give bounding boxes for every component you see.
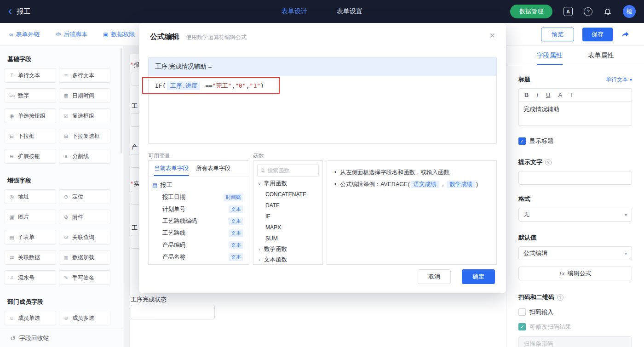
section-title-enhanced-fields: 增强字段 xyxy=(7,176,123,185)
tab-form-design[interactable]: 表单设计 xyxy=(282,7,307,16)
field-member-single[interactable]: ☺成员单选 xyxy=(5,311,56,325)
variable-item[interactable]: 工艺路线文本 xyxy=(152,227,245,239)
bold-button[interactable]: B xyxy=(524,91,529,98)
variables-root-form[interactable]: ▤ 报工 xyxy=(152,179,245,191)
signature-icon: ✎ xyxy=(63,275,69,281)
preview-button[interactable]: 预览 xyxy=(541,28,574,41)
tab-field-properties[interactable]: 字段属性 xyxy=(537,46,563,65)
field-image[interactable]: ▣图片 xyxy=(5,210,56,224)
sidebar-scrollbar[interactable] xyxy=(121,48,122,154)
save-button[interactable]: 保存 xyxy=(582,28,613,41)
edit-formula-button[interactable]: ƒx 编辑公式 xyxy=(518,267,632,280)
barcode-input xyxy=(518,336,632,347)
field-number[interactable]: 123数字 xyxy=(5,88,56,103)
field-checkbox-group[interactable]: ☑复选框组 xyxy=(59,108,110,123)
data-manage-button[interactable]: 数据管理 xyxy=(510,5,552,18)
clear-format-button[interactable]: T xyxy=(570,91,574,98)
field-multi-line-text[interactable]: ≣多行文本 xyxy=(59,68,110,83)
function-search-input[interactable] xyxy=(267,167,316,174)
scan-input-checkbox[interactable] xyxy=(518,308,526,316)
tab-form-settings[interactable]: 表单设置 xyxy=(337,7,362,16)
backend-script-button[interactable]: </> 后端脚本 xyxy=(56,30,87,39)
share-icon[interactable] xyxy=(621,30,630,39)
function-item[interactable]: DATE xyxy=(253,200,322,211)
formula-input-area[interactable]: IF(工序.进度 =="完工","0","1") xyxy=(149,76,496,143)
help-line-1: 从左侧面板选择字段名和函数，或输入函数 xyxy=(340,169,449,176)
field-label-fragment: 产 xyxy=(131,143,138,151)
scan-help-icon[interactable]: ? xyxy=(557,294,564,301)
process-status-input[interactable] xyxy=(131,305,215,319)
function-item[interactable]: IF xyxy=(253,211,322,222)
script-icon: </> xyxy=(56,32,61,37)
close-icon[interactable]: × xyxy=(489,30,495,41)
tab-current-form-fields[interactable]: 当前表单字段 xyxy=(154,161,189,176)
field-linked-data[interactable]: ⇄关联数据 xyxy=(5,250,56,265)
underline-button[interactable]: U xyxy=(546,91,550,98)
show-title-checkbox[interactable]: ✓ xyxy=(518,137,526,145)
field-attachment[interactable]: ⊘附件 xyxy=(59,210,110,224)
field-chip[interactable]: 工序.进度 xyxy=(167,81,200,90)
variable-item[interactable]: 产品编码文本 xyxy=(152,239,245,251)
field-serial-number[interactable]: #流水号 xyxy=(5,270,56,285)
field-divider[interactable]: ≡分割线 xyxy=(59,149,110,164)
hint-text-input[interactable] xyxy=(518,171,632,185)
field-member-multi[interactable]: ☺成员多选 xyxy=(59,311,110,325)
field-address[interactable]: ◎地址 xyxy=(5,189,56,204)
form-external-link-button[interactable]: ∞ 表单外链 xyxy=(9,30,40,39)
function-search[interactable] xyxy=(257,165,319,176)
section-title-basic-fields: 基础字段 xyxy=(7,55,123,63)
function-group-common[interactable]: ∨ 常用函数 xyxy=(253,178,322,189)
function-item[interactable]: CONCATENATE xyxy=(253,189,322,200)
scan-section-title: 扫码和二维码 xyxy=(518,293,554,301)
format-label: 格式 xyxy=(518,195,632,203)
caret-collapsed-icon: › xyxy=(257,257,262,262)
italic-button[interactable]: I xyxy=(536,91,538,98)
field-recycle-bin[interactable]: ↺ 字段回收站 xyxy=(0,329,123,347)
data-permission-button[interactable]: ▣ 数据权限 xyxy=(103,30,135,39)
default-value-label: 默认值 xyxy=(518,233,632,242)
title-value-input[interactable]: 完成情况辅助 xyxy=(519,102,632,125)
variable-item[interactable]: 产品名称文本 xyxy=(152,251,245,263)
field-lookup-query[interactable]: ⊙关联查询 xyxy=(59,230,110,245)
field-multi-dropdown[interactable]: ⊞下拉复选框 xyxy=(59,129,110,143)
variable-item[interactable]: 报工日期时间戳 xyxy=(152,191,245,203)
cancel-button[interactable]: 取消 xyxy=(418,269,451,284)
translate-icon[interactable]: A xyxy=(564,7,573,16)
variable-item[interactable]: 计划单号文本 xyxy=(152,203,245,215)
field-dropdown[interactable]: ⊟下拉框 xyxy=(5,129,56,143)
variable-item[interactable]: 工艺路线编码文本 xyxy=(152,215,245,227)
tab-all-form-fields[interactable]: 所有表单字段 xyxy=(196,161,230,176)
scan-modify-label: 可修改扫码结果 xyxy=(529,323,571,331)
help-icon[interactable]: ? xyxy=(584,7,592,16)
chevron-down-icon: ▾ xyxy=(630,77,632,82)
modal-subtitle: 使用数学运算符编辑公式 xyxy=(186,34,247,41)
field-single-line-text[interactable]: T单行文本 xyxy=(5,68,56,83)
field-signature[interactable]: ✎手写签名 xyxy=(59,270,110,285)
field-datetime[interactable]: ▦日期时间 xyxy=(59,88,110,103)
field-location[interactable]: ⊕定位 xyxy=(59,189,110,204)
notification-bell-icon[interactable] xyxy=(604,7,612,16)
hint-help-icon[interactable]: ? xyxy=(545,159,552,165)
back-icon[interactable]: ‹ xyxy=(8,6,12,16)
properties-panel: 字段属性 表单属性 标题 单行文本 ▾ B I U A T 完成情况辅助 ✓ 显… xyxy=(506,46,644,347)
tab-form-properties[interactable]: 表单属性 xyxy=(588,46,614,65)
field-data-load[interactable]: ▥数据加载 xyxy=(59,250,110,265)
avatar[interactable]: 检 xyxy=(623,5,636,18)
function-item[interactable]: MAPX xyxy=(253,222,322,233)
font-color-button[interactable]: A xyxy=(558,91,562,98)
type-badge: 文本 xyxy=(229,217,243,225)
default-value-select[interactable]: 公式编辑 ▾ xyxy=(518,246,632,260)
recycle-icon: ↺ xyxy=(10,335,16,342)
search-icon xyxy=(260,168,265,173)
field-subform[interactable]: ▤子表单 xyxy=(5,230,56,245)
function-group-math[interactable]: › 数学函数 xyxy=(253,244,322,255)
scan-modify-checkbox[interactable]: ✓ xyxy=(518,323,526,330)
format-select[interactable]: 无 ▾ xyxy=(518,208,632,222)
field-type-selector[interactable]: 单行文本 ▾ xyxy=(606,76,632,84)
field-radio-group[interactable]: ◉单选按钮组 xyxy=(5,108,56,123)
function-item[interactable]: SUM xyxy=(253,233,322,244)
function-group-text[interactable]: › 文本函数 xyxy=(253,255,322,265)
formula-token: "完工" xyxy=(213,82,232,89)
field-extend-button[interactable]: ⊖扩展按钮 xyxy=(5,149,56,164)
confirm-button[interactable]: 确定 xyxy=(462,269,495,284)
